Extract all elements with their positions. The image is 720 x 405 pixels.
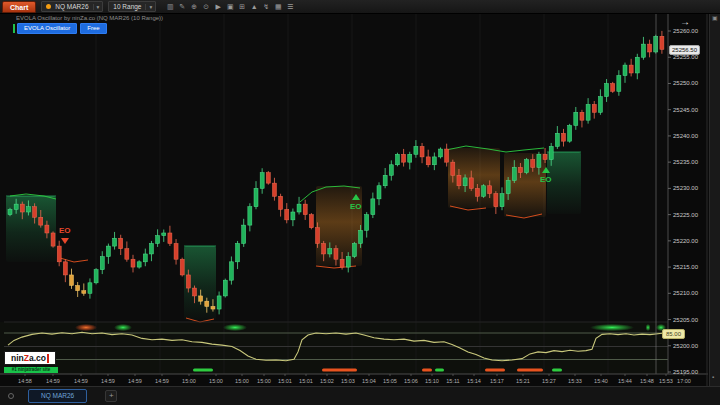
time-axis-label: 15:06 xyxy=(404,378,418,384)
time-axis-label: 15:04 xyxy=(362,378,376,384)
time-axis-label: 14:59 xyxy=(74,378,88,384)
right-strip-bottom-icon[interactable]: ▪ xyxy=(712,374,714,380)
time-axis-label: 14:59 xyxy=(101,378,115,384)
candle xyxy=(229,262,233,280)
data-box-icon[interactable]: ▲ xyxy=(248,0,260,13)
eo-label: EO xyxy=(350,202,362,211)
eo-label: EO xyxy=(59,226,71,235)
orange-signal-dash xyxy=(485,369,505,372)
go-to-latest-arrow-icon[interactable]: → xyxy=(680,16,690,27)
candle xyxy=(439,149,443,157)
candle xyxy=(119,238,123,248)
instrument-chevron-down-icon[interactable]: ▾ xyxy=(93,4,103,10)
candle xyxy=(586,104,590,120)
candle xyxy=(76,285,80,290)
candle xyxy=(125,249,129,259)
price-axis-label: 25245.00 xyxy=(673,107,699,113)
interval-label: 10 Range xyxy=(109,3,145,10)
candle xyxy=(512,167,516,180)
candle xyxy=(598,97,602,113)
green-signal-dash xyxy=(193,369,213,372)
instrument-selector[interactable]: NQ MAR26 ▾ xyxy=(41,1,103,12)
tab-options-icon[interactable] xyxy=(8,393,14,399)
tab-bar: NQ MAR26 + xyxy=(0,386,720,405)
chart-canvas[interactable]: EOEOEO25260.0025255.0025250.0025245.0025… xyxy=(0,0,720,405)
indicator-icon[interactable]: ↯ xyxy=(260,0,272,13)
candle xyxy=(463,178,467,186)
candle xyxy=(272,183,276,196)
last-price-tag: 25256.50 xyxy=(669,45,700,55)
time-axis-label: 15:00 xyxy=(182,378,196,384)
price-axis-label: 25200.00 xyxy=(673,343,699,349)
time-axis-label: 15:44 xyxy=(618,378,632,384)
candle xyxy=(8,209,12,214)
candle xyxy=(629,65,633,73)
price-axis-label: 25250.00 xyxy=(673,80,699,86)
candle xyxy=(297,204,301,212)
candle xyxy=(291,212,295,220)
orange-signal-dash xyxy=(422,369,432,372)
green-glow-dot xyxy=(646,324,651,331)
cursor-icon[interactable]: ▶ xyxy=(212,0,224,13)
zoom-in-icon[interactable]: ⊕ xyxy=(188,0,200,13)
add-tab-button[interactable]: + xyxy=(105,390,117,402)
panel-grid-icon[interactable]: ⊞ xyxy=(236,0,248,13)
eo-label: EO xyxy=(540,175,552,184)
candle xyxy=(70,275,74,285)
candle xyxy=(617,76,621,92)
candle xyxy=(402,154,406,162)
candle xyxy=(106,246,110,256)
chart-tab[interactable]: Chart xyxy=(2,1,36,13)
oscillator-value-tag: 85.00 xyxy=(662,329,685,339)
time-axis-label: 15:05 xyxy=(383,378,397,384)
candle xyxy=(635,57,639,73)
candle xyxy=(574,112,578,125)
price-axis-label: 25225.00 xyxy=(673,212,699,218)
candle xyxy=(248,207,252,225)
indicator-active-bar xyxy=(13,24,15,33)
candle xyxy=(605,83,609,96)
candle xyxy=(641,44,645,57)
tab-nq-mar26[interactable]: NQ MAR26 xyxy=(28,389,87,403)
green-glow-dot xyxy=(114,324,132,331)
interval-selector[interactable]: 10 Range ▾ xyxy=(108,1,156,12)
candle xyxy=(482,186,486,196)
time-axis-label: 15:01 xyxy=(278,378,292,384)
snapshot-icon[interactable]: ▣ xyxy=(224,0,236,13)
ninza-banner: #1 ninjatrader site xyxy=(4,367,58,373)
candle xyxy=(180,259,184,275)
candle xyxy=(33,207,37,217)
right-strip-top-icon[interactable]: ▣ xyxy=(712,14,718,21)
candle xyxy=(469,178,473,188)
candle xyxy=(316,228,320,244)
candle xyxy=(82,291,86,294)
candle xyxy=(525,160,529,173)
evola-oscillator-button[interactable]: EVOLA Oscillator xyxy=(17,23,77,34)
candle xyxy=(137,262,141,267)
candle xyxy=(518,167,522,172)
chart-style-icon[interactable]: ▥ xyxy=(164,0,176,13)
grid-icon[interactable]: ▦ xyxy=(272,0,284,13)
candle xyxy=(328,249,332,254)
candle xyxy=(537,154,541,167)
candle xyxy=(389,165,393,175)
candle xyxy=(217,296,221,309)
zoom-out-icon[interactable]: ⊙ xyxy=(200,0,212,13)
candle xyxy=(242,225,246,243)
candle xyxy=(186,275,190,288)
draw-tool-icon[interactable]: ✎ xyxy=(176,0,188,13)
candle xyxy=(580,112,584,120)
candle xyxy=(371,199,375,215)
candle xyxy=(205,301,209,306)
candle xyxy=(543,154,547,159)
free-button[interactable]: Free xyxy=(80,23,106,34)
price-axis-label: 25230.00 xyxy=(673,185,699,191)
candle xyxy=(309,215,313,228)
candle xyxy=(506,181,510,194)
menu-list-icon[interactable]: ☰ xyxy=(284,0,296,13)
candle xyxy=(445,149,449,162)
interval-chevron-down-icon[interactable]: ▾ xyxy=(145,4,155,10)
oscillator-panel-background[interactable] xyxy=(0,322,668,374)
candle xyxy=(260,173,264,189)
time-axis-label: 15:00 xyxy=(235,378,249,384)
